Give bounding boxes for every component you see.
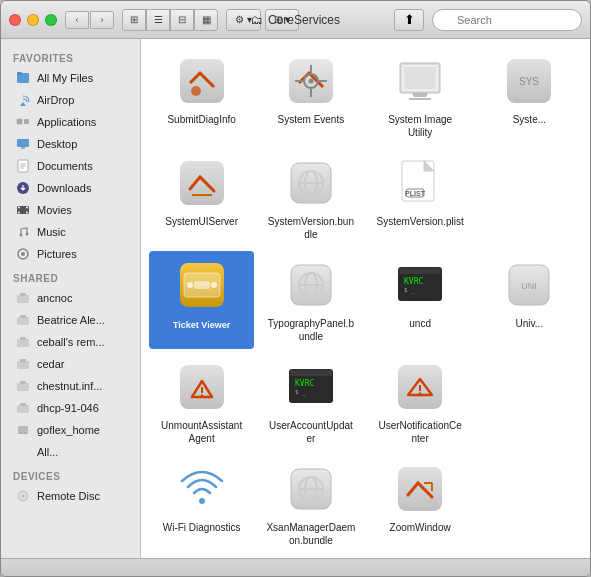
file-item-system-events[interactable]: System Events <box>258 47 363 145</box>
file-item-univ[interactable]: UNI Univ... <box>477 251 582 349</box>
wifi-diag-label: Wi-Fi Diagnostics <box>163 521 241 534</box>
chestnut-icon <box>15 378 31 394</box>
svg-text:SYS: SYS <box>519 76 539 87</box>
sidebar-item-chestnut[interactable]: chestnut.inf... <box>5 375 136 397</box>
sidebar-item-cedar[interactable]: cedar <box>5 353 136 375</box>
all-shared-icon <box>15 444 31 460</box>
file-item-empty2 <box>477 353 582 451</box>
svg-rect-26 <box>20 337 26 340</box>
sidebar-item-downloads[interactable]: Downloads <box>5 177 136 199</box>
desktop-label: Desktop <box>37 138 77 150</box>
file-item-uncd[interactable]: KVRC $ _ uncd <box>368 251 473 349</box>
coverflow-view-button[interactable]: ▦ <box>194 9 218 31</box>
sidebar-item-pictures[interactable]: Pictures <box>5 243 136 265</box>
sidebar-item-documents[interactable]: Documents <box>5 155 136 177</box>
file-item-zoomwindow[interactable]: ZoomWindow <box>368 455 473 553</box>
file-item-syste[interactable]: SYS Syste... <box>477 47 582 145</box>
xsan-daemon-label: XsanManagerDaem on.bundle <box>266 521 356 547</box>
file-item-submitdiaginfo[interactable]: SubmitDiagInfo <box>149 47 254 145</box>
svg-point-37 <box>22 495 25 498</box>
icon-view-button[interactable]: ⊞ <box>122 9 146 31</box>
svg-rect-6 <box>21 147 25 149</box>
svg-text:PLIST: PLIST <box>405 190 426 197</box>
finder-window: ‹ › ⊞ ☰ ⊟ ▦ ⚙ ▾ ⊞ ▾ ⬆ 🔍 🗂 <box>0 0 591 577</box>
svg-text:KVRC: KVRC <box>404 277 423 286</box>
svg-rect-31 <box>17 405 29 413</box>
main-area: FAVORITES All My Files AirDrop <box>1 39 590 558</box>
downloads-label: Downloads <box>37 182 91 194</box>
sidebar-item-applications[interactable]: Applications <box>5 111 136 133</box>
search-wrapper: 🔍 <box>432 9 582 31</box>
systemuiserver-label: SystemUIServer <box>165 215 238 228</box>
sidebar-item-all-shared[interactable]: All... <box>5 441 136 463</box>
sidebar-item-music[interactable]: Music <box>5 221 136 243</box>
forward-button[interactable]: › <box>90 11 114 29</box>
svg-rect-93 <box>398 467 442 511</box>
svg-point-18 <box>26 233 29 236</box>
pictures-label: Pictures <box>37 248 77 260</box>
svg-rect-25 <box>17 339 29 347</box>
file-item-systemversion-bundle[interactable]: SystemVersion.bun dle <box>258 149 363 247</box>
sidebar-item-dhcp[interactable]: dhcp-91-046 <box>5 397 136 419</box>
svg-rect-3 <box>24 119 29 124</box>
titlebar: ‹ › ⊞ ☰ ⊟ ▦ ⚙ ▾ ⊞ ▾ ⬆ 🔍 🗂 <box>1 1 590 39</box>
svg-point-87 <box>419 392 421 394</box>
ceball-icon <box>15 334 31 350</box>
maximize-button[interactable] <box>45 14 57 26</box>
close-button[interactable] <box>9 14 21 26</box>
file-item-systemversion-plist[interactable]: PLIST SystemVersion.plist <box>368 149 473 247</box>
bottombar <box>1 558 590 576</box>
useraccount-updater-icon: KVRC $ _ <box>283 359 339 415</box>
svg-point-46 <box>308 79 313 84</box>
svg-rect-22 <box>20 293 26 296</box>
systemversion-bundle-label: SystemVersion.bun dle <box>266 215 356 241</box>
pictures-icon <box>15 246 31 262</box>
svg-point-39 <box>191 86 201 96</box>
share-icon: ⬆ <box>404 12 415 27</box>
search-input[interactable] <box>432 9 582 31</box>
list-view-button[interactable]: ☰ <box>146 9 170 31</box>
svg-rect-23 <box>17 317 29 325</box>
share-button[interactable]: ⬆ <box>394 9 424 31</box>
usernotification-label: UserNotificationCe nter <box>375 419 465 445</box>
univ-label: Univ... <box>516 317 544 330</box>
file-item-unmount-agent[interactable]: UnmountAssistant Agent <box>149 353 254 451</box>
svg-rect-1 <box>17 72 22 75</box>
sidebar-item-ceball[interactable]: ceball's rem... <box>5 331 136 353</box>
svg-rect-53 <box>180 161 224 205</box>
file-item-xsan-daemon[interactable]: XsanManagerDaem on.bundle <box>258 455 363 553</box>
file-item-ticket-viewer[interactable]: Ticket Viewer <box>149 251 254 349</box>
svg-rect-5 <box>17 139 29 147</box>
file-item-systemuiserver[interactable]: SystemUIServer <box>149 149 254 247</box>
sidebar-item-all-my-files[interactable]: All My Files <box>5 67 136 89</box>
ticket-viewer-icon <box>174 257 230 313</box>
ticket-viewer-badge: Ticket Viewer <box>167 319 236 331</box>
typography-bundle-label: TypographyPanel.b undle <box>266 317 356 343</box>
file-item-useraccount-updater[interactable]: KVRC $ _ UserAccountUpdat er <box>258 353 363 451</box>
system-image-utility-icon <box>392 53 448 109</box>
beatrice-label: Beatrice Ale... <box>37 314 105 326</box>
sidebar-item-desktop[interactable]: Desktop <box>5 133 136 155</box>
beatrice-icon <box>15 312 31 328</box>
column-view-button[interactable]: ⊟ <box>170 9 194 31</box>
minimize-button[interactable] <box>27 14 39 26</box>
back-button[interactable]: ‹ <box>65 11 89 29</box>
sidebar-item-beatrice[interactable]: Beatrice Ale... <box>5 309 136 331</box>
svg-rect-49 <box>404 67 436 89</box>
file-item-typography-bundle[interactable]: TypographyPanel.b undle <box>258 251 363 349</box>
remote-disc-label: Remote Disc <box>37 490 100 502</box>
gear-icon: ⚙ <box>235 14 244 25</box>
file-item-system-image-utility[interactable]: System Image Utility <box>368 47 473 145</box>
sidebar-item-goflex[interactable]: goflex_home <box>5 419 136 441</box>
system-events-label: System Events <box>278 113 345 126</box>
file-item-wifi-diag[interactable]: Wi-Fi Diagnostics <box>149 455 254 553</box>
dhcp-icon <box>15 400 31 416</box>
sidebar-item-movies[interactable]: Movies <box>5 199 136 221</box>
sidebar-item-ancnoc[interactable]: ancnoc <box>5 287 136 309</box>
sidebar-item-airdrop[interactable]: AirDrop <box>5 89 136 111</box>
sidebar-item-remote-disc[interactable]: Remote Disc <box>5 485 136 507</box>
ancnoc-label: ancnoc <box>37 292 72 304</box>
svg-rect-21 <box>17 295 29 303</box>
file-item-usernotification[interactable]: UserNotificationCe nter <box>368 353 473 451</box>
svg-text:$ _: $ _ <box>295 388 306 396</box>
